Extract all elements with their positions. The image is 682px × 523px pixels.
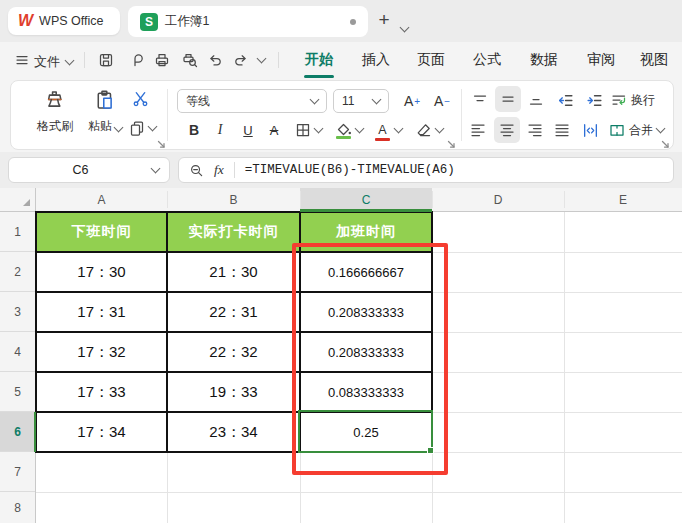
alignment-dialog-launcher[interactable] <box>661 135 670 144</box>
ribbon-card: 格式刷 粘贴 <box>10 80 674 150</box>
paste-chevron-icon <box>114 122 124 132</box>
column-header-E[interactable]: E <box>564 188 682 211</box>
undo-icon <box>207 52 223 68</box>
cut-button[interactable] <box>129 88 151 108</box>
print-button[interactable] <box>152 51 172 69</box>
borders-button[interactable] <box>291 119 325 141</box>
justify-button[interactable] <box>551 118 573 142</box>
cell-A2[interactable]: 17：30 <box>36 252 167 292</box>
launcher-arrow-icon <box>447 140 456 149</box>
decrease-font-button[interactable]: A− <box>429 89 455 113</box>
font-dialog-launcher[interactable] <box>447 135 456 144</box>
divider <box>278 52 279 68</box>
increase-indent-button[interactable] <box>582 88 606 112</box>
app-name: WPS Office <box>39 14 103 28</box>
formula-bar[interactable]: fx =TIMEVALUE(B6)-TIMEVALUE(A6) <box>178 157 674 183</box>
align-center-icon <box>499 122 515 138</box>
cell-B6[interactable]: 23：34 <box>167 412 300 452</box>
borders-icon <box>295 122 311 138</box>
tab-data[interactable]: 数据 <box>528 51 560 69</box>
file-menu-chevron-icon[interactable] <box>65 56 75 66</box>
align-right-button[interactable] <box>524 118 546 142</box>
file-menu[interactable]: 文件 <box>34 53 60 71</box>
font-color-chevron-icon <box>393 124 403 134</box>
column-header-B[interactable]: B <box>167 188 300 211</box>
align-middle-button[interactable] <box>495 86 521 112</box>
clear-format-button[interactable] <box>411 119 447 141</box>
cell-B3[interactable]: 22：31 <box>167 292 300 332</box>
underline-button[interactable]: U <box>237 119 259 141</box>
row-header-7[interactable]: 7 <box>0 452 35 492</box>
row-header-2[interactable]: 2 <box>0 252 35 292</box>
row-header-6-selected[interactable]: 6 <box>0 412 35 452</box>
distributed-align-button[interactable] <box>578 118 602 142</box>
font-size-select[interactable]: 11 <box>333 89 389 113</box>
italic-button[interactable]: I <box>209 119 231 141</box>
cell-A4[interactable]: 17：32 <box>36 332 167 372</box>
column-header-C-selected[interactable]: C <box>300 188 432 211</box>
cell-A6[interactable]: 17：34 <box>36 412 167 452</box>
column-header-D[interactable]: D <box>432 188 564 211</box>
cell-A3[interactable]: 17：31 <box>36 292 167 332</box>
launcher-arrow-icon <box>661 140 670 149</box>
decrease-indent-button[interactable] <box>553 88 577 112</box>
cell-A5[interactable]: 17：33 <box>36 372 167 412</box>
increase-font-button[interactable]: A+ <box>399 89 425 113</box>
quick-access-chevron-icon[interactable] <box>257 54 267 64</box>
format-painter-button[interactable]: 格式刷 <box>27 85 83 145</box>
tab-list-chevron[interactable] <box>401 17 408 35</box>
row-header-1[interactable]: 1 <box>0 212 35 252</box>
align-center-button[interactable] <box>494 117 520 143</box>
export-pdf-button[interactable] <box>127 51 147 69</box>
redo-button[interactable] <box>231 51 251 69</box>
tab-page[interactable]: 页面 <box>415 51 447 69</box>
align-left-button[interactable] <box>467 118 489 142</box>
tab-insert[interactable]: 插入 <box>360 51 392 69</box>
eraser-icon <box>416 122 432 138</box>
main-menu-button[interactable] <box>14 52 30 68</box>
bold-button[interactable]: B <box>183 119 205 141</box>
name-box[interactable]: C6 <box>8 157 170 183</box>
font-name-select[interactable]: 等线 <box>177 89 327 113</box>
font-color-button[interactable]: A <box>371 119 405 141</box>
new-tab-button[interactable]: + <box>372 8 396 32</box>
increase-indent-icon <box>586 92 603 109</box>
annotation-rectangle <box>292 243 448 475</box>
tab-formulas[interactable]: 公式 <box>471 51 503 69</box>
divider <box>234 162 235 178</box>
align-bottom-button[interactable] <box>525 88 547 112</box>
save-button[interactable] <box>96 51 116 69</box>
cell-B1[interactable]: 实际打卡时间 <box>167 212 300 252</box>
print-preview-button[interactable] <box>180 51 200 69</box>
row-header-5[interactable]: 5 <box>0 372 35 412</box>
clipboard-dialog-launcher[interactable] <box>157 135 166 144</box>
launcher-arrow-icon <box>157 140 166 149</box>
zoom-out-icon[interactable] <box>189 163 204 178</box>
cell-B5[interactable]: 19：33 <box>167 372 300 412</box>
column-header-A[interactable]: A <box>36 188 167 211</box>
undo-button[interactable] <box>205 51 225 69</box>
print-preview-icon <box>182 52 198 68</box>
wrap-text-button[interactable]: 换行 <box>611 88 667 112</box>
paste-button[interactable]: 粘贴 <box>83 85 127 145</box>
formula-bar-row: C6 fx =TIMEVALUE(B6)-TIMEVALUE(A6) <box>0 152 682 188</box>
unsaved-dot-icon <box>350 19 356 25</box>
tab-view[interactable]: 视图 <box>638 51 670 69</box>
cell-B4[interactable]: 22：32 <box>167 332 300 372</box>
cell-A1[interactable]: 下班时间 <box>36 212 167 252</box>
cell-B2[interactable]: 21：30 <box>167 252 300 292</box>
tab-review[interactable]: 审阅 <box>585 51 617 69</box>
row-header-8[interactable]: 8 <box>0 492 35 523</box>
select-all-corner[interactable] <box>0 188 36 211</box>
fx-icon[interactable]: fx <box>214 162 224 178</box>
redo-icon <box>233 52 249 68</box>
formula-input[interactable]: =TIMEVALUE(B6)-TIMEVALUE(A6) <box>245 163 455 177</box>
strikethrough-button[interactable]: A <box>263 119 285 141</box>
row-header-3[interactable]: 3 <box>0 292 35 332</box>
wps-home-button[interactable]: W WPS Office <box>8 7 120 35</box>
fill-color-button[interactable] <box>331 119 367 141</box>
document-tab[interactable]: S 工作簿1 <box>128 6 368 37</box>
row-header-4[interactable]: 4 <box>0 332 35 372</box>
tab-home[interactable]: 开始 <box>303 51 335 69</box>
align-top-button[interactable] <box>469 88 491 112</box>
